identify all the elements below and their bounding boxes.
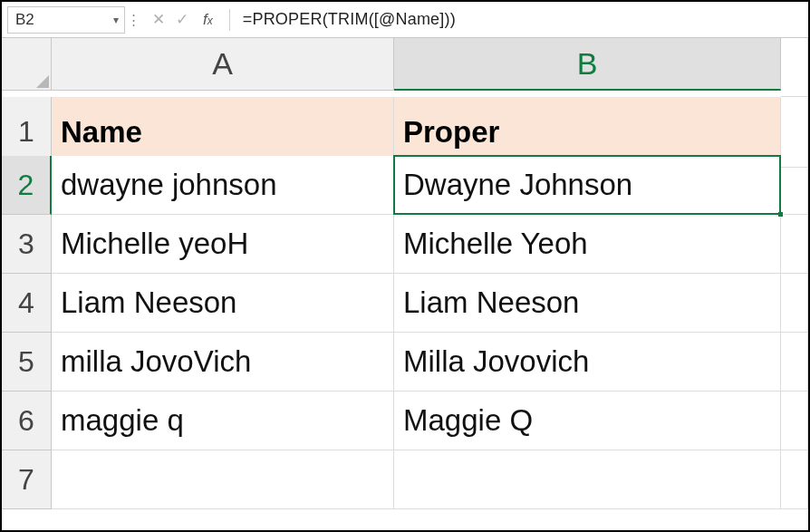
cell-C5[interactable] [781, 333, 808, 392]
fx-icon[interactable]: fx [203, 11, 213, 29]
vertical-dots-icon[interactable]: ⋮ [127, 12, 141, 28]
cell-B7[interactable] [394, 450, 781, 509]
divider [229, 9, 230, 31]
formula-input[interactable]: =PROPER(TRIM([@Name])) [237, 10, 808, 29]
row-header-2[interactable]: 2 [2, 156, 52, 215]
svg-marker-0 [36, 75, 49, 88]
cell-B6[interactable]: Maggie Q [394, 392, 781, 450]
cell-B5[interactable]: Milla Jovovich [394, 333, 781, 392]
cell-C7[interactable] [781, 450, 808, 509]
cell-C6[interactable] [781, 392, 808, 450]
chevron-down-icon[interactable]: ▾ [113, 14, 119, 26]
cell-A5[interactable]: milla JovoVich [52, 333, 394, 392]
cancel-icon[interactable]: ✕ [152, 10, 165, 29]
fill-handle[interactable] [777, 211, 784, 218]
row-header-7[interactable]: 7 [2, 450, 52, 509]
cell-A6[interactable]: maggie q [52, 392, 394, 450]
enter-icon[interactable]: ✓ [176, 10, 188, 29]
column-header-A[interactable]: A [52, 38, 394, 91]
cell-A2[interactable]: dwayne johnson [52, 156, 394, 215]
name-box[interactable]: B2 ▾ [7, 6, 125, 34]
cell-A4[interactable]: Liam Neeson [52, 274, 394, 333]
cell-A7[interactable] [52, 450, 394, 509]
cell-B3[interactable]: Michelle Yeoh [394, 215, 781, 274]
cell-B4[interactable]: Liam Neeson [394, 274, 781, 333]
select-all-triangle-icon [36, 75, 49, 88]
spreadsheet-grid: A B 1 Name Proper 2 dwayne johnson Dwayn… [2, 38, 808, 509]
row-header-3[interactable]: 3 [2, 215, 52, 274]
cell-C2[interactable] [781, 156, 808, 215]
cell-C3[interactable] [781, 215, 808, 274]
column-header-empty[interactable] [781, 38, 808, 97]
cell-B2-value: Dwayne Johnson [403, 168, 632, 202]
row-header-5[interactable]: 5 [2, 333, 52, 392]
formula-bar: B2 ▾ ⋮ ✕ ✓ fx =PROPER(TRIM([@Name])) [2, 2, 808, 38]
cell-C4[interactable] [781, 274, 808, 333]
name-box-value: B2 [15, 11, 34, 29]
column-header-B[interactable]: B [394, 38, 781, 91]
select-all-corner[interactable] [2, 38, 52, 91]
cell-B2[interactable]: Dwayne Johnson [394, 156, 781, 215]
row-header-4[interactable]: 4 [2, 274, 52, 333]
cell-A3[interactable]: Michelle yeoH [52, 215, 394, 274]
row-header-6[interactable]: 6 [2, 392, 52, 450]
